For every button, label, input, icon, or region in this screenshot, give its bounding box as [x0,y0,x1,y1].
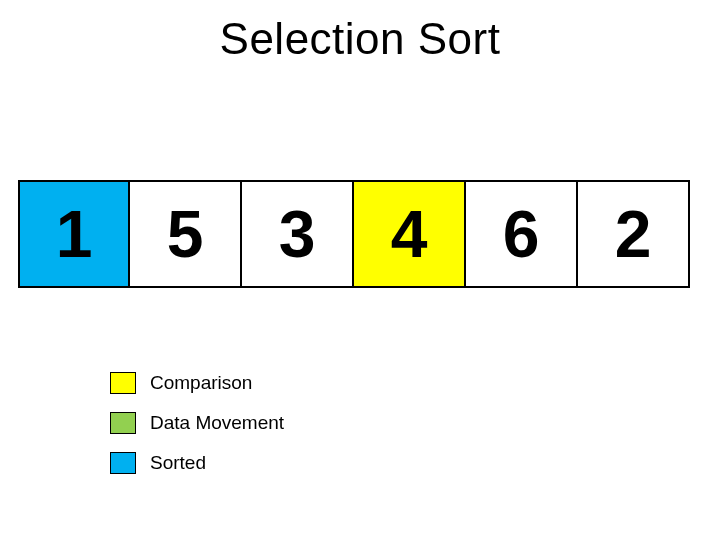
array-cell: 2 [578,180,690,288]
swatch-movement-icon [110,412,136,434]
array-cell: 1 [18,180,130,288]
legend-label: Comparison [150,372,252,394]
array-cell: 6 [466,180,578,288]
legend-label: Sorted [150,452,206,474]
array-cell: 4 [354,180,466,288]
legend-item-comparison: Comparison [110,372,284,394]
array-container: 1 5 3 4 6 2 [18,180,690,288]
array-cell: 3 [242,180,354,288]
array-cell: 5 [130,180,242,288]
legend-label: Data Movement [150,412,284,434]
legend-item-sorted: Sorted [110,452,284,474]
swatch-comparison-icon [110,372,136,394]
swatch-sorted-icon [110,452,136,474]
legend-item-movement: Data Movement [110,412,284,434]
diagram-stage: Selection Sort 1 5 3 4 6 2 Comparison Da… [0,0,720,540]
page-title: Selection Sort [0,14,720,64]
legend: Comparison Data Movement Sorted [110,372,284,492]
